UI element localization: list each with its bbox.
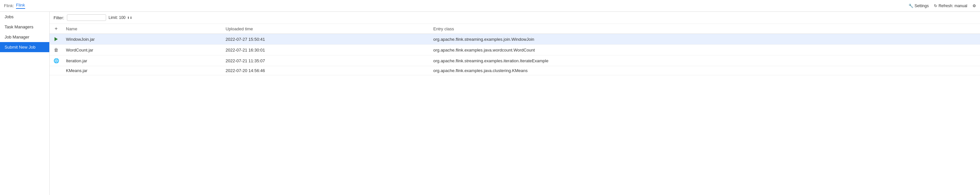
row-name: WindowJoin.jar	[63, 34, 222, 45]
limit-stepper[interactable]: ⬆⬇	[127, 16, 132, 19]
table-row[interactable]: 🗑 WordCount.jar 2022-07-21 16:30:01 org.…	[49, 45, 980, 55]
top-bar: Flink: Flink 🔧 Settings ↻ Refresh: manua…	[0, 0, 980, 12]
settings-label: Settings	[915, 3, 929, 8]
row-action-globe[interactable]: 🌐	[49, 55, 63, 66]
row-entry-class: org.apache.flink.examples.java.wordcount…	[430, 45, 980, 55]
limit-label: Limit: 100	[109, 15, 126, 20]
refresh-label: Refresh: manual	[939, 3, 967, 8]
sidebar-item-jobs[interactable]: Jobs	[0, 12, 49, 22]
content: Filter: Limit: 100 ⬆⬇ + Name Uploaded ti…	[49, 12, 980, 195]
add-icon[interactable]: +	[54, 26, 57, 31]
filter-bar: Filter: Limit: 100 ⬆⬇	[49, 12, 980, 24]
row-uploaded-time: 2022-07-21 16:30:01	[222, 45, 430, 55]
top-bar-left: Flink: Flink	[4, 3, 25, 9]
delete-icon[interactable]: 🗑	[53, 47, 59, 53]
refresh-button[interactable]: ↻ Refresh: manual	[934, 3, 967, 8]
sidebar-item-submit-new-job[interactable]: Submit New Job	[0, 42, 49, 52]
table-row[interactable]: 🌐 Iteration.jar 2022-07-21 11:35:07 org.…	[49, 55, 980, 66]
sidebar-item-job-manager[interactable]: Job Manager	[0, 32, 49, 42]
table-wrapper: + Name Uploaded time Entry class	[49, 24, 980, 195]
row-entry-class: org.apache.flink.streaming.examples.iter…	[430, 55, 980, 66]
gear-icon: ⚙	[972, 3, 976, 8]
row-action-delete[interactable]: 🗑	[49, 45, 63, 55]
table-row[interactable]: WindowJoin.jar 2022-07-27 15:50:41 org.a…	[49, 34, 980, 45]
table-header-row: + Name Uploaded time Entry class	[49, 24, 980, 34]
row-uploaded-time: 2022-07-21 11:35:07	[222, 55, 430, 66]
sidebar-item-task-managers[interactable]: Task Managers	[0, 22, 49, 32]
top-bar-right: 🔧 Settings ↻ Refresh: manual ⚙	[908, 3, 976, 8]
limit-control: Limit: 100 ⬆⬇	[109, 15, 132, 20]
row-action-play[interactable]	[49, 34, 63, 45]
refresh-icon: ↻	[934, 3, 937, 8]
col-entry-class: Entry class	[430, 24, 980, 34]
wrench-icon: 🔧	[908, 3, 913, 8]
col-action: +	[49, 24, 63, 34]
row-uploaded-time: 2022-07-27 15:50:41	[222, 34, 430, 45]
filter-input[interactable]	[67, 14, 106, 21]
play-icon[interactable]	[53, 36, 59, 43]
gear-settings-button[interactable]: ⚙	[972, 3, 976, 8]
flink-tab[interactable]: Flink	[16, 3, 25, 9]
row-entry-class: org.apache.flink.streaming.examples.join…	[430, 34, 980, 45]
filter-label: Filter:	[54, 15, 64, 20]
col-name: Name	[63, 24, 222, 34]
col-uploaded-time: Uploaded time	[222, 24, 430, 34]
flink-label: Flink:	[4, 3, 14, 8]
jobs-table: + Name Uploaded time Entry class	[49, 24, 980, 75]
row-entry-class: org.apache.flink.examples.java.clusterin…	[430, 66, 980, 75]
main-layout: Jobs Task Managers Job Manager Submit Ne…	[0, 12, 980, 195]
sidebar: Jobs Task Managers Job Manager Submit Ne…	[0, 12, 49, 195]
table-row[interactable]: KMeans.jar 2022-07-20 14:56:46 org.apach…	[49, 66, 980, 75]
row-name: KMeans.jar	[63, 66, 222, 75]
row-name: Iteration.jar	[63, 55, 222, 66]
row-action-empty	[49, 66, 63, 75]
row-name: WordCount.jar	[63, 45, 222, 55]
globe-icon[interactable]: 🌐	[53, 57, 59, 64]
settings-button[interactable]: 🔧 Settings	[908, 3, 929, 8]
row-uploaded-time: 2022-07-20 14:56:46	[222, 66, 430, 75]
